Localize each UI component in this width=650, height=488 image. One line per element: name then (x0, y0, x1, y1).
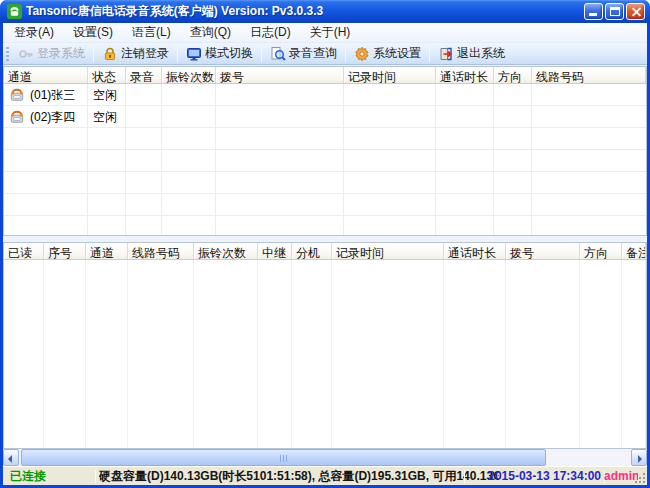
record-gridlines (4, 260, 646, 448)
logout-label: 注销登录 (121, 45, 169, 62)
col-duration[interactable]: 通话时长 (444, 243, 506, 259)
toolbar-separator (177, 46, 178, 62)
col-record-time[interactable]: 记录时间 (344, 67, 436, 83)
exit-icon (438, 46, 454, 62)
channel-row-2[interactable]: (02)李四 空闲 (4, 106, 646, 128)
col-read[interactable]: 已读 (4, 243, 44, 259)
monitor-icon (186, 46, 202, 62)
record-table-header: 已读 序号 通道 线路号码 振铃次数 中继 分机 记录时间 通话时长 拨号 方向… (4, 243, 646, 260)
col-trunk[interactable]: 中继 (258, 243, 292, 259)
menu-log[interactable]: 日志(D) (245, 22, 296, 43)
exit-system-label: 退出系统 (457, 45, 505, 62)
col-dial[interactable]: 拨号 (216, 67, 344, 83)
horizontal-scrollbar[interactable] (3, 449, 647, 466)
phone-icon (9, 110, 25, 124)
menu-login[interactable]: 登录(A) (9, 22, 59, 43)
mode-switch-button[interactable]: 模式切换 (181, 43, 258, 64)
arrow-left-icon (8, 455, 12, 463)
lock-icon (102, 46, 118, 62)
gear-icon (354, 46, 370, 62)
col-channel[interactable]: 通道 (86, 243, 128, 259)
scroll-left-button[interactable] (3, 449, 19, 466)
channel-table-body[interactable]: (01)张三 空闲 (02)李四 空闲 (4, 84, 646, 235)
col-remark[interactable]: 备注 (622, 243, 646, 259)
resize-grip-icon[interactable] (633, 471, 646, 484)
col-line-number[interactable]: 线路号码 (128, 243, 194, 259)
client-area: 登录(A) 设置(S) 语言(L) 查询(Q) 日志(D) 关于(H) 登录系统 (3, 23, 647, 485)
statusbar-divider (464, 470, 465, 483)
minimize-icon (589, 13, 597, 16)
record-query-label: 录音查询 (289, 45, 337, 62)
status-bar: 已连接 硬盘容量(D)140.13GB(时长5101:51:58), 总容量(D… (3, 466, 647, 485)
connection-status: 已连接 (10, 469, 95, 484)
channel-table: 通道 状态 录音 振铃次数 拨号 记录时间 通话时长 方向 线路号码 (3, 66, 647, 236)
col-direction[interactable]: 方向 (494, 67, 532, 83)
minimize-button[interactable] (584, 3, 603, 20)
col-extension[interactable]: 分机 (292, 243, 332, 259)
close-button[interactable] (626, 3, 645, 20)
scroll-right-button[interactable] (631, 449, 647, 466)
channel-table-header: 通道 状态 录音 振铃次数 拨号 记录时间 通话时长 方向 线路号码 (4, 67, 646, 84)
menu-language[interactable]: 语言(L) (127, 22, 176, 43)
toolbar-separator (429, 46, 430, 62)
exit-system-button[interactable]: 退出系统 (433, 43, 510, 64)
disk-capacity-info: 硬盘容量(D)140.13GB(时长5101:51:58), 总容量(D)195… (99, 469, 499, 484)
col-channel[interactable]: 通道 (4, 67, 88, 83)
statusbar-divider (95, 470, 96, 483)
login-system-label: 登录系统 (37, 45, 85, 62)
menu-query[interactable]: 查询(Q) (185, 22, 236, 43)
mode-switch-label: 模式切换 (205, 45, 253, 62)
channel-status: 空闲 (93, 87, 117, 104)
scrollbar-thumb[interactable] (21, 449, 546, 466)
toolbar-grip-icon (6, 47, 9, 61)
arrow-right-icon (638, 455, 642, 463)
col-duration[interactable]: 通话时长 (436, 67, 494, 83)
col-index[interactable]: 序号 (44, 243, 86, 259)
record-query-button[interactable]: 录音查询 (265, 43, 342, 64)
channel-name: (01)张三 (30, 87, 75, 104)
col-ring-count[interactable]: 振铃次数 (194, 243, 258, 259)
title-bar[interactable]: Tansonic唐信电话录音系统(客户端) Version: Pv3.0.3.3 (0, 0, 650, 23)
login-system-button[interactable]: 登录系统 (13, 43, 90, 64)
col-record-time[interactable]: 记录时间 (332, 243, 444, 259)
channel-row-1[interactable]: (01)张三 空闲 (4, 84, 646, 106)
menu-settings[interactable]: 设置(S) (68, 22, 118, 43)
col-line-number[interactable]: 线路号码 (532, 67, 646, 83)
system-settings-label: 系统设置 (373, 45, 421, 62)
key-icon (18, 46, 34, 62)
system-settings-button[interactable]: 系统设置 (349, 43, 426, 64)
col-recording[interactable]: 录音 (126, 67, 162, 83)
toolbar: 登录系统 注销登录 模式切换 (3, 43, 647, 65)
channel-status: 空闲 (93, 109, 117, 126)
search-icon (270, 46, 286, 62)
maximize-button[interactable] (605, 3, 624, 20)
col-direction[interactable]: 方向 (580, 243, 622, 259)
menu-about[interactable]: 关于(H) (305, 22, 356, 43)
toolbar-separator (345, 46, 346, 62)
maximize-icon (610, 7, 620, 16)
record-table: 已读 序号 通道 线路号码 振铃次数 中继 分机 记录时间 通话时长 拨号 方向… (3, 242, 647, 449)
record-table-body[interactable] (4, 260, 646, 448)
toolbar-separator (93, 46, 94, 62)
channel-name: (02)李四 (30, 109, 75, 126)
datetime-display: 2015-03-13 17:34:00 (471, 469, 601, 484)
green-phone-icon (7, 4, 22, 19)
col-ring-count[interactable]: 振铃次数 (162, 67, 216, 83)
toolbar-separator (261, 46, 262, 62)
col-status[interactable]: 状态 (88, 67, 126, 83)
logout-button[interactable]: 注销登录 (97, 43, 174, 64)
menu-bar: 登录(A) 设置(S) 语言(L) 查询(Q) 日志(D) 关于(H) (3, 23, 647, 43)
phone-icon (9, 88, 25, 102)
app-window: Tansonic唐信电话录音系统(客户端) Version: Pv3.0.3.3… (0, 0, 650, 488)
window-title: Tansonic唐信电话录音系统(客户端) Version: Pv3.0.3.3 (26, 3, 323, 20)
col-dial[interactable]: 拨号 (506, 243, 580, 259)
